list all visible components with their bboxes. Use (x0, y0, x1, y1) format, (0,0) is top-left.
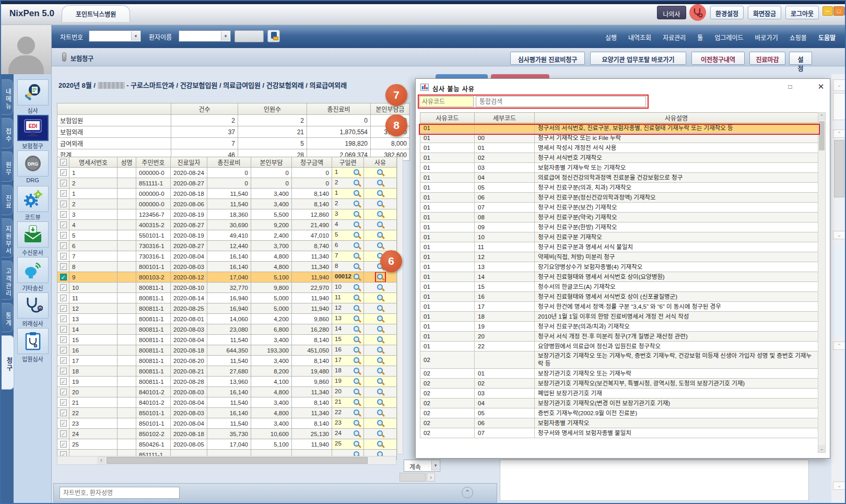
reason-row[interactable]: 0117청구서 한건에 명세서 정액·정률 구분 “3,4,5” 와 “6” 이… (420, 302, 818, 312)
claims-row[interactable]: ✓23850101-12020-08-0411,5403,4008,14023 (57, 418, 397, 429)
scrollbar-thumb[interactable] (107, 457, 368, 464)
menu-item[interactable]: 쇼핑몰 (790, 34, 807, 42)
chevron-down-icon[interactable]: ▾ (221, 31, 230, 41)
reason-magnifier-icon[interactable] (377, 242, 384, 250)
claims-horizontal-scrollbar[interactable]: ‹ (57, 456, 396, 465)
row-checkbox[interactable]: ✓ (60, 232, 67, 239)
row-checkbox[interactable]: ✓ (60, 253, 67, 260)
magnifier-icon[interactable] (353, 398, 361, 406)
sidebar-tab-진료[interactable]: 진료 (2, 185, 13, 215)
reason-row[interactable]: 0201보장기관기호 기재착오 또는 기재누락 (420, 369, 818, 379)
row-checkbox[interactable]: ✓ (60, 399, 67, 406)
reason-magnifier-icon[interactable] (377, 367, 384, 375)
sidebar-tab-접수[interactable]: 접수 (2, 118, 13, 148)
row-checkbox[interactable]: ✓ (60, 295, 67, 301)
scroll-down-icon[interactable]: ⌄ (818, 445, 825, 452)
claims-row[interactable]: ✓1000000-02020-08-1811,5403,4008,1401 (57, 189, 397, 199)
magnifier-icon[interactable] (353, 210, 361, 218)
reason-row[interactable]: 0108청구서 진료구분(약국) 기재착오 (420, 213, 818, 222)
magnifier-icon[interactable] (353, 231, 361, 239)
magnifier-icon[interactable] (353, 336, 361, 344)
gears-icon[interactable] (17, 186, 49, 212)
reason-magnifier-icon[interactable] (377, 169, 384, 177)
menu-item[interactable]: 도움말 (818, 34, 836, 42)
reason-row[interactable]: 0116청구서 진료형태와 명세서 서식번호 상이 (신포괄질병군) (420, 292, 818, 302)
reason-magnifier-icon[interactable] (377, 357, 384, 365)
magnifier-document-icon[interactable] (17, 79, 49, 106)
satellite-icon[interactable] (17, 257, 49, 283)
claims-row[interactable]: ✓9800103-22020-08-1217,0405,10011,940000… (57, 272, 397, 283)
row-checkbox[interactable]: ✓ (60, 221, 67, 228)
global-search-input[interactable] (476, 96, 646, 107)
scroll-right-icon[interactable]: › (427, 473, 435, 482)
reason-row[interactable]: 0115청수서의 한글코드(A) 기재착오 (420, 282, 818, 292)
sub-toolbar-button[interactable]: 심사평가원 진료비청구 (510, 52, 585, 65)
claims-row[interactable]: ✓17800811-12020-08-2011,5403,4008,14017 (57, 356, 397, 366)
reason-magnifier-icon[interactable] (377, 304, 384, 312)
claims-row[interactable]: ✓20840101-22020-08-0316,1404,80011,34020 (57, 387, 397, 397)
reason-row[interactable]: 0119청구서 진료구분(의과/치과) 기재착오 (420, 322, 818, 332)
row-checkbox[interactable]: ✓ (60, 169, 67, 176)
screen-lock-button[interactable]: 화면잠금 (748, 6, 781, 19)
reason-magnifier-icon[interactable] (377, 231, 384, 239)
scroll-up-icon[interactable]: ⌃ (833, 342, 845, 350)
continue-combo[interactable]: 계속▾ (404, 460, 440, 472)
drg-circle-icon[interactable]: DRG (17, 150, 49, 177)
reason-row[interactable]: 0204보장기관기호 기재착오(변경 이전 보장기관기호 기재) (420, 398, 818, 408)
menu-item[interactable]: 내역조회 (628, 34, 651, 42)
sidebar-tab-지원부서[interactable]: 지원부서 (2, 218, 13, 257)
close-icon[interactable]: ✕ (816, 82, 826, 91)
reason-magnifier-icon[interactable] (377, 388, 384, 396)
reason-row[interactable]: 0104의료급여 정신건강의학과정액 진료분을 건강보험으로 청구 (420, 173, 818, 183)
sidebar-tab-통계[interactable]: 통계 (2, 303, 13, 332)
magnifier-icon[interactable] (353, 409, 361, 417)
claims-vertical-scrollbar[interactable] (397, 157, 403, 454)
row-checkbox[interactable]: ✓ (60, 389, 67, 395)
row-checkbox[interactable]: ✓ (60, 201, 67, 207)
row-checkbox[interactable]: ✓ (60, 409, 67, 416)
reason-row[interactable]: 0109청구서 진료구분(한방) 기재착오 (420, 222, 818, 232)
magnifier-icon[interactable] (353, 430, 361, 438)
stethoscope-icon[interactable] (17, 292, 49, 319)
menu-item[interactable]: 바로가기 (755, 34, 778, 42)
row-checkbox[interactable]: ✓ (60, 242, 67, 249)
magnifier-icon[interactable] (353, 179, 361, 187)
reason-row[interactable]: 0110청구서 진료구분 기재착오 (420, 232, 818, 242)
sms-send-icon[interactable] (267, 30, 280, 42)
collapse-up-icon[interactable]: ⌃ (462, 487, 473, 498)
reason-magnifier-icon[interactable] (377, 294, 384, 302)
reason-row[interactable]: 0206보험자종별 기재착오 (420, 418, 818, 428)
sub-toolbar-button[interactable]: 요양기관 업무포탈 바로가기 (590, 52, 686, 65)
claims-row[interactable]: ✓7730316-12020-08-0416,1404,80011,3407 (57, 251, 397, 262)
logout-button[interactable]: 로그아웃 (785, 6, 819, 19)
reason-magnifier-icon[interactable] (377, 200, 384, 208)
claims-row[interactable]: ✓10800811-12020-08-1032,7709,80022,97010 (57, 283, 397, 293)
minimize-button[interactable]: ─ (822, 6, 833, 16)
row-checkbox[interactable]: ✓ (60, 274, 67, 280)
menu-item[interactable]: 업그레이드 (714, 34, 743, 42)
my-doctor-button[interactable]: 나의사 (657, 6, 686, 19)
magnifier-icon[interactable] (353, 440, 361, 448)
edi-monitor-icon[interactable]: EDI (17, 115, 49, 141)
chart-patient-search-input[interactable] (60, 487, 180, 499)
row-checkbox[interactable]: ✓ (60, 430, 67, 437)
row-checkbox[interactable]: ✓ (60, 305, 67, 312)
magnifier-icon[interactable] (353, 315, 361, 323)
reason-magnifier-icon[interactable] (377, 210, 384, 218)
row-checkbox[interactable]: ✓ (60, 190, 67, 197)
reason-magnifier-icon[interactable] (377, 284, 384, 291)
row-checkbox[interactable]: ✓ (60, 284, 67, 291)
scrollbar-thumb[interactable] (834, 140, 844, 197)
reason-row[interactable]: 0100청구서 기재착오 또는 ic File 누락 (420, 133, 818, 143)
inbox-envelope-icon[interactable] (17, 221, 49, 248)
menu-item[interactable]: 툴 (697, 34, 703, 42)
claims-row[interactable]: ✓15800811-12020-08-0411,5403,4008,14015 (57, 335, 397, 345)
reason-magnifier-icon[interactable] (377, 419, 384, 427)
claims-row[interactable]: ✓2851111-12020-08-270002 (57, 178, 397, 189)
row-checkbox[interactable]: ✓ (60, 315, 67, 322)
row-checkbox[interactable]: ✓ (60, 211, 67, 218)
reason-row[interactable]: 0111청구서 진료구분과 명세서 서식 불일치 (420, 242, 818, 252)
claims-row[interactable]: ✓6730316-12020-08-2712,4403,7008,7406 (57, 241, 397, 251)
magnifier-icon[interactable] (353, 325, 361, 333)
scroll-left-icon[interactable]: ‹ (97, 456, 105, 464)
